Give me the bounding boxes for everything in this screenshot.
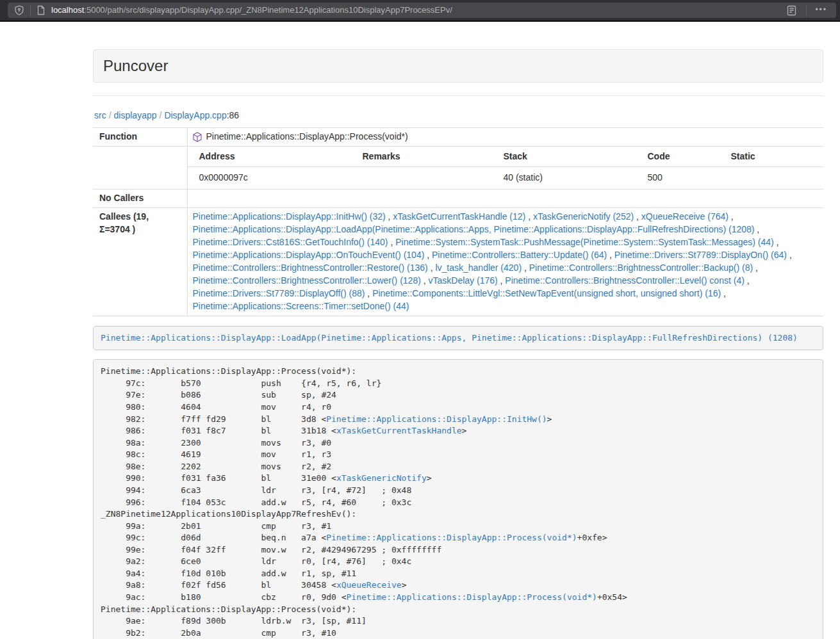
no-callers-label: No Callers (93, 189, 187, 207)
function-row-label: Function (93, 127, 187, 146)
disassembly-symbol-link[interactable]: Pinetime::Applications::DisplayApp::Proc… (326, 533, 577, 542)
callee-link[interactable]: Pinetime::Controllers::BrightnessControl… (193, 263, 428, 273)
url-text: localhost:5000/path/src/displayapp/Displ… (51, 4, 787, 17)
address-value: 0x0000097c (188, 166, 351, 188)
callee-link[interactable]: Pinetime::Applications::DisplayApp::OnTo… (193, 250, 425, 260)
breadcrumb-file[interactable]: DisplayApp.cpp (164, 110, 226, 120)
table-row: 0x0000097c 40 (static) 500 (188, 166, 824, 188)
disassembly-symbol-link[interactable]: xQueueReceive (336, 580, 402, 590)
no-callers-row: No Callers (93, 189, 823, 207)
callee-link[interactable]: Pinetime::System::SystemTask::PushMessag… (395, 237, 774, 247)
column-header-stack: Stack (492, 147, 636, 166)
callees-list: Pinetime::Applications::DisplayApp::Init… (187, 207, 823, 316)
url-bar-divider (30, 5, 31, 16)
selected-callee-link[interactable]: Pinetime::Applications::DisplayApp::Load… (101, 333, 798, 343)
function-name: Pinetime::Applications::DisplayApp::Proc… (206, 131, 408, 143)
disassembly-symbol-link[interactable]: Pinetime::Applications::DisplayApp::Proc… (347, 592, 597, 602)
url-path: :5000/path/src/displayapp/DisplayApp.cpp… (84, 5, 452, 15)
column-header-static: Static (720, 147, 824, 166)
callee-link[interactable]: Pinetime::Drivers::St7789::DisplayOn() (… (614, 250, 787, 260)
function-row: Function Pinetime::Applications::Display… (93, 127, 823, 146)
stack-value: 40 (static) (492, 166, 636, 188)
callee-link[interactable]: Pinetime::Controllers::BrightnessControl… (529, 263, 753, 273)
disassembly-symbol-link[interactable]: xTaskGetCurrentTaskHandle (336, 426, 462, 435)
page-title: Puncover (103, 57, 813, 75)
breadcrumb-displayapp[interactable]: displayapp (114, 110, 157, 120)
callee-link[interactable]: xTaskGenericNotify (252) (533, 211, 634, 222)
callees-label: Callees (19, Σ=3704 ) (93, 207, 187, 316)
cube-icon (193, 132, 202, 142)
callee-link[interactable]: Pinetime::Controllers::Battery::Update()… (432, 250, 607, 260)
url-host: localhost (51, 5, 84, 15)
breadcrumb-separator: / (109, 110, 111, 120)
breadcrumb: src/displayapp/DisplayApp.cpp:86 (94, 109, 823, 122)
static-value (720, 166, 824, 188)
breadcrumb-src[interactable]: src (94, 110, 106, 120)
app-header-panel: Puncover (93, 49, 823, 83)
callee-link[interactable]: Pinetime::Drivers::Cst816S::GetTouchInfo… (193, 237, 388, 247)
column-header-remarks: Remarks (351, 147, 492, 166)
callee-link[interactable]: Pinetime::Controllers::BrightnessControl… (193, 275, 421, 286)
breadcrumb-separator: / (160, 110, 162, 120)
callee-link[interactable]: Pinetime::Applications::DisplayApp::Load… (193, 224, 755, 234)
menu-dots-icon[interactable]: ••• (812, 4, 830, 15)
function-stats-row: Address Remarks Stack Code Static 0x0000… (93, 146, 823, 189)
disassembly-listing: Pinetime::Applications::DisplayApp::Proc… (93, 359, 823, 639)
browser-top-bar: localhost:5000/path/src/displayapp/Displ… (0, 0, 840, 22)
page-icon (37, 5, 45, 15)
function-stats-table: Address Remarks Stack Code Static 0x0000… (188, 147, 824, 189)
remarks-value (351, 166, 492, 188)
callee-link[interactable]: Pinetime::Applications::DisplayApp::Init… (193, 211, 386, 222)
callee-link[interactable]: xQueueReceive (764) (641, 211, 729, 222)
divider (93, 95, 823, 96)
callee-link[interactable]: Pinetime::Components::LittleVgl::SetNewT… (372, 288, 721, 298)
disassembly-symbol-link[interactable]: Pinetime::Applications::DisplayApp::Init… (326, 414, 547, 424)
shield-icon[interactable] (14, 5, 24, 15)
empty-row-label (93, 146, 187, 189)
column-header-address: Address (188, 147, 351, 166)
callee-link[interactable]: xTaskGetCurrentTaskHandle (12) (393, 211, 525, 222)
reader-mode-icon[interactable] (787, 5, 796, 16)
callee-link[interactable]: lv_task_handler (420) (435, 263, 522, 273)
breadcrumb-line-number: :86 (227, 110, 239, 120)
disassembly-symbol-link[interactable]: xTaskGenericNotify (336, 473, 427, 483)
function-summary-table: Function Pinetime::Applications::Display… (93, 127, 823, 316)
callee-link[interactable]: vTaskDelay (176) (429, 275, 498, 286)
callees-row: Callees (19, Σ=3704 ) Pinetime::Applicat… (93, 207, 823, 316)
callee-link[interactable]: Pinetime::Controllers::BrightnessControl… (505, 275, 744, 286)
column-header-code: Code (636, 147, 720, 166)
url-bar-divider (806, 5, 807, 16)
callee-link[interactable]: Pinetime::Drivers::St7789::DisplayOff() … (193, 288, 365, 298)
selected-callee-box: Pinetime::Applications::DisplayApp::Load… (93, 326, 823, 351)
code-value: 500 (636, 166, 720, 188)
browser-url-bar[interactable]: localhost:5000/path/src/displayapp/Displ… (8, 3, 836, 18)
callee-link[interactable]: Pinetime::Applications::Screens::Timer::… (193, 301, 409, 311)
